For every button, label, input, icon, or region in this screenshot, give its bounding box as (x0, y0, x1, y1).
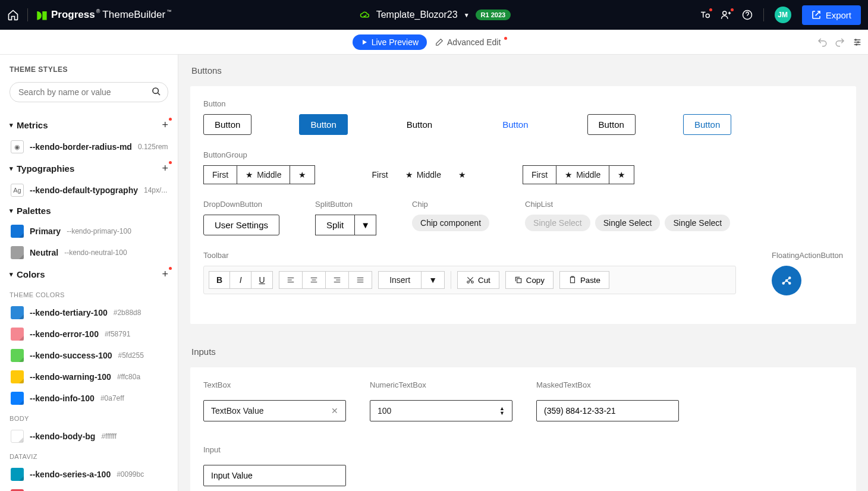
chip-item[interactable]: Single Select (525, 215, 590, 231)
item-value: 0.125rem (138, 143, 168, 151)
section-colors[interactable]: ▾Colors + (10, 263, 168, 285)
list-item[interactable]: Ag --kendo-default-typography 14px/... (10, 180, 168, 201)
color-swatch (11, 306, 24, 319)
bold-icon[interactable]: B (209, 271, 230, 289)
divider (27, 8, 28, 21)
numeric-textbox[interactable]: 100▲▼ (370, 400, 512, 421)
italic-icon[interactable]: I (230, 271, 251, 289)
bg-last[interactable]: ★ (609, 165, 634, 184)
component-label: Button (203, 99, 843, 108)
search-icon[interactable] (152, 87, 161, 96)
masked-textbox[interactable] (536, 400, 679, 421)
cut-button[interactable]: Cut (457, 271, 499, 289)
mode-tabs: Live Preview Advanced Edit (0, 30, 868, 55)
bg-middle[interactable]: ★ Middle (397, 165, 450, 184)
list-item[interactable]: Neutral --kendo-neutral-100 (10, 242, 168, 263)
add-metric-button[interactable]: + (162, 119, 168, 131)
undo-icon[interactable] (817, 37, 828, 48)
list-item[interactable]: Primary --kendo-primary-100 (10, 221, 168, 242)
list-item[interactable]: --kendo-error-100 #f58791 (10, 323, 168, 345)
bg-middle[interactable]: ★ Middle (556, 165, 609, 184)
list-item[interactable]: --kendo-warning-100 #ffc80a (10, 366, 168, 388)
spinner-icon[interactable]: ▲▼ (499, 406, 505, 416)
button-outline[interactable]: Button (203, 114, 251, 135)
version-badge: R1 2023 (476, 10, 511, 20)
button-outline-primary[interactable]: Button (683, 114, 731, 135)
typography-icon: Ag (11, 184, 24, 197)
button-group2: First ★ Middle ★ (523, 165, 634, 184)
align-center-icon[interactable] (303, 271, 326, 289)
live-preview-tab[interactable]: Live Preview (353, 34, 427, 50)
app-header: ◗▮ Progress ® ThemeBuilder ™ Template_Bl… (0, 0, 868, 30)
advanced-edit-tab[interactable]: Advanced Edit (427, 34, 515, 50)
bg-first[interactable]: First (523, 165, 556, 184)
subheader-theme-colors: THEME COLORS (10, 291, 168, 298)
section-metrics[interactable]: ▾Metrics + (10, 114, 168, 136)
export-label: Export (826, 10, 851, 20)
component-label: NumericTextBox (370, 380, 512, 389)
search-input[interactable] (10, 82, 168, 102)
button-outline2[interactable]: Button (587, 114, 636, 135)
list-item[interactable]: --kendo-info-100 #0a7eff (10, 388, 168, 409)
bg-last[interactable]: ★ (450, 165, 475, 184)
item-value: #0a7eff (100, 394, 124, 402)
chip-item[interactable]: Single Select (665, 215, 730, 231)
redo-icon[interactable] (835, 37, 845, 48)
add-typography-button[interactable]: + (162, 162, 168, 175)
settings-list-icon[interactable] (853, 37, 862, 47)
item-value: --kendo-neutral-100 (64, 248, 127, 257)
help-icon[interactable] (742, 10, 753, 20)
svg-point-3 (857, 42, 858, 43)
align-left-icon[interactable] (279, 271, 303, 289)
cloud-sync-icon (360, 11, 370, 19)
button-flat[interactable]: Button (395, 114, 444, 135)
list-item[interactable]: --kendo-series-a-100 #0099bc (10, 464, 168, 485)
add-user-icon[interactable] (721, 10, 731, 20)
typography-settings-icon[interactable] (699, 10, 710, 20)
copy-button[interactable]: Copy (505, 271, 553, 289)
chip[interactable]: Chip component (412, 215, 489, 231)
insert-button[interactable]: Insert (378, 271, 422, 289)
chevron-down-icon[interactable]: ▼ (464, 12, 470, 18)
avatar[interactable]: JM (775, 7, 791, 23)
home-icon[interactable] (7, 9, 19, 21)
list-item[interactable]: --kendo-tertiary-100 #2b88d8 (10, 302, 168, 323)
paste-button[interactable]: Paste (559, 271, 609, 289)
section-palettes[interactable]: ▾Palettes (10, 201, 168, 221)
bg-first[interactable]: First (203, 165, 237, 184)
align-right-icon[interactable] (326, 271, 349, 289)
sidebar: THEME STYLES ▾Metrics + ◉ --kendo-border… (0, 55, 178, 491)
color-swatch (11, 328, 24, 341)
export-button[interactable]: Export (802, 5, 861, 25)
button-flat-primary[interactable]: Button (491, 114, 539, 135)
item-value: #ffffff (101, 432, 117, 440)
align-justify-icon[interactable] (349, 271, 372, 289)
input[interactable] (203, 465, 346, 486)
textbox[interactable]: TextBox Value✕ (203, 400, 346, 421)
svg-rect-9 (570, 277, 574, 282)
dropdown-button[interactable]: User Settings (203, 215, 279, 235)
insert-caret[interactable]: ▼ (422, 271, 445, 289)
section-typographies[interactable]: ▾Typographies + (10, 158, 168, 180)
bg-middle[interactable]: ★ Middle (237, 165, 290, 184)
bg-last[interactable]: ★ (290, 165, 315, 184)
fab-button[interactable] (772, 266, 801, 295)
split-caret[interactable]: ▼ (355, 215, 376, 235)
bg-first[interactable]: First (363, 165, 397, 184)
underline-icon[interactable]: U (251, 271, 273, 289)
clear-icon[interactable]: ✕ (331, 406, 338, 416)
list-item[interactable]: --kendo-body-bg #ffffff (10, 426, 168, 447)
list-item[interactable]: --kendo-series-b-100 #e74856 (10, 485, 168, 491)
project-title[interactable]: Template_Blozor23 (376, 10, 458, 20)
item-name: --kendo-border-radius-md (30, 142, 132, 152)
color-swatch (11, 370, 24, 383)
list-item[interactable]: --kendo-success-100 #5fd255 (10, 345, 168, 366)
button-solid[interactable]: Button (299, 114, 347, 135)
component-label: Chip (412, 200, 489, 209)
split-main[interactable]: Split (315, 215, 355, 235)
chip-item[interactable]: Single Select (595, 215, 661, 231)
add-color-button[interactable]: + (162, 268, 168, 281)
color-swatch (11, 392, 24, 405)
list-item[interactable]: ◉ --kendo-border-radius-md 0.125rem (10, 136, 168, 158)
component-label: ButtonGroup (203, 150, 843, 159)
